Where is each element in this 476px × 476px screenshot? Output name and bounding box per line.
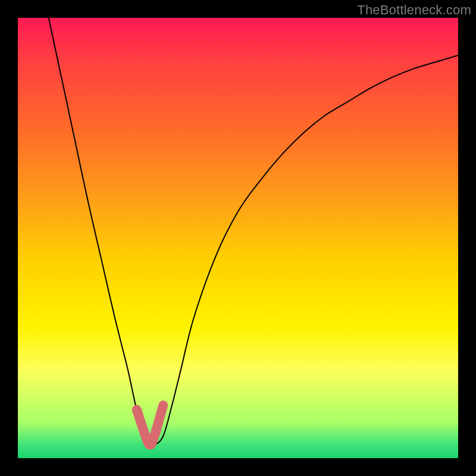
watermark-text: TheBottleneck.com: [357, 2, 471, 18]
chart-plot-area: [18, 18, 458, 458]
curve-line: [49, 18, 458, 446]
curve-highlight: [137, 405, 163, 445]
chart-svg: [18, 18, 458, 458]
